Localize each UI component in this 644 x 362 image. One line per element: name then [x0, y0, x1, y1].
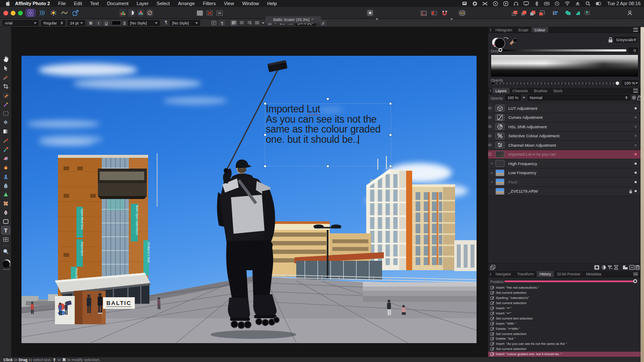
colour-opacity-knob[interactable] — [615, 81, 620, 85]
spotlight-icon[interactable] — [585, 1, 591, 6]
mask-layer-icon[interactable] — [594, 265, 599, 270]
history-item[interactable]: Spelling: "saturation's" — [488, 296, 641, 301]
history-item-selected[interactable]: Insert: "colour graded one. but it shoul… — [488, 352, 641, 357]
view-quality-caret[interactable] — [376, 18, 378, 20]
tab-32bit-preview[interactable]: 32-bit Preview — [554, 271, 583, 277]
snapping-magnet-button[interactable] — [440, 9, 448, 17]
panel-menu-icon[interactable] — [633, 272, 638, 276]
colour-lock-icon[interactable] — [608, 37, 613, 43]
menu-extra-timemachine-icon[interactable] — [554, 1, 560, 6]
liquify-persona-button[interactable] — [38, 9, 46, 17]
mesh-warp-tool[interactable] — [1, 236, 10, 244]
text-frame-rotation-handle[interactable] — [327, 98, 329, 100]
view-quality-button[interactable] — [366, 9, 374, 17]
text-colour-swatch[interactable] — [112, 21, 121, 25]
develop-persona-button[interactable] — [49, 9, 58, 17]
history-item[interactable]: Delete: "↵With " — [488, 326, 641, 331]
shape-tool[interactable] — [1, 217, 10, 225]
layer-visibility-icon[interactable] — [488, 107, 495, 109]
boolean-subtract-button[interactable] — [574, 9, 581, 17]
burn-brush-tool[interactable] — [1, 163, 10, 171]
layer-row-high-frequency[interactable]: » High Frequency — [488, 159, 641, 169]
apple-menu-icon[interactable] — [5, 1, 11, 6]
history-item[interactable]: Insert: "↵" — [488, 311, 641, 316]
colour-swatches[interactable] — [491, 35, 516, 49]
account-button[interactable] — [626, 9, 634, 17]
auto-levels-button[interactable] — [119, 9, 126, 17]
grey-slider-knob[interactable] — [498, 48, 502, 52]
eject-icon[interactable] — [575, 1, 580, 6]
menu-view[interactable]: View — [224, 1, 234, 6]
auto-colour-button[interactable] — [137, 9, 144, 17]
menu-edit[interactable]: Edit — [74, 1, 82, 6]
font-family-select[interactable]: Arial — [3, 20, 39, 26]
layers-opacity-caret[interactable] — [522, 97, 525, 99]
layer-visible-dot[interactable] — [635, 163, 637, 165]
menu-extra-camera-icon[interactable] — [472, 1, 477, 6]
snapshot-hourglass-icon[interactable] — [614, 265, 618, 270]
tab-channels[interactable]: Channels — [510, 88, 531, 94]
wifi-icon[interactable] — [565, 1, 570, 6]
menu-window[interactable]: Window — [242, 1, 259, 6]
menu-text[interactable]: Text — [90, 1, 99, 6]
marquee-select-tool[interactable] — [1, 109, 10, 117]
menu-extra-headphones-icon[interactable] — [513, 1, 519, 6]
menu-layer[interactable]: Layer — [137, 1, 149, 6]
layer-visibility-icon[interactable] — [488, 144, 495, 146]
layer-row-channel-mixer-adjustment[interactable]: Channel Mixer Adjustment — [488, 141, 641, 150]
history-item[interactable]: Delete: "but " — [488, 336, 641, 341]
menu-file[interactable]: File — [58, 1, 66, 6]
show-special-characters-button[interactable]: ¶ — [219, 20, 225, 26]
italic-button[interactable]: I — [95, 20, 102, 26]
assistant-button[interactable] — [458, 9, 466, 17]
layer-visibility-checkbox[interactable] — [488, 153, 495, 156]
grey-slider-track[interactable] — [499, 49, 626, 51]
window-zoom-button[interactable] — [18, 11, 23, 15]
tab-stock[interactable]: Stock — [550, 88, 565, 94]
layer-row-zve1179-arw[interactable]: _ZVE1179.ARW — [488, 187, 641, 196]
layer-row-low-frequency[interactable]: » Low Frequency — [488, 169, 641, 178]
menu-arrange[interactable]: Arrange — [178, 1, 194, 6]
tab-brushes[interactable]: Brushes — [531, 88, 550, 94]
paragraph-style-select[interactable]: [No Style] — [170, 20, 200, 26]
layer-row-curves-adjustment[interactable]: Curves Adjustment — [488, 113, 641, 123]
tab-navigator[interactable]: Navigator — [492, 271, 514, 277]
layer-visibility-icon[interactable] — [488, 135, 495, 137]
align-left-button[interactable] — [231, 20, 237, 26]
invert-selection-button[interactable] — [216, 9, 223, 17]
flood-fill-tool[interactable] — [1, 118, 10, 126]
boolean-intersect-button[interactable] — [583, 9, 590, 17]
menu-extra-keyboard-icon[interactable] — [544, 1, 550, 6]
layer-row-hsl-adjustment[interactable]: HSL Shift Adjustment — [488, 122, 641, 132]
text-tool[interactable]: T — [1, 226, 10, 235]
menu-extra-bluetooth-icon[interactable] — [534, 1, 539, 6]
clone-stamp-tool[interactable] — [1, 172, 10, 180]
auto-white-balance-button[interactable] — [146, 9, 153, 17]
tab-transform[interactable]: Transform — [514, 271, 536, 277]
layer-visible-dot[interactable] — [635, 181, 637, 183]
history-item[interactable]: Set current selection — [488, 301, 641, 306]
menu-extra-xscope-icon[interactable] — [482, 1, 488, 6]
text-frame-handle[interactable] — [327, 165, 329, 167]
export-persona-button[interactable] — [71, 9, 80, 17]
tab-layers[interactable]: Layers — [492, 88, 510, 94]
greyscale-picker[interactable] — [491, 54, 638, 77]
character-style-select[interactable]: [No Style] — [128, 20, 160, 26]
photo-document[interactable]: Open Wed-Sun 10am-6pm Free Entry Baltic … — [21, 56, 477, 343]
layer-visible-dot[interactable] — [635, 190, 637, 192]
colour-picker-tool[interactable] — [1, 73, 10, 81]
history-position-track[interactable] — [504, 281, 636, 282]
move-to-back-button[interactable] — [538, 9, 545, 17]
move-to-front-button[interactable] — [511, 9, 518, 17]
group-layers-icon[interactable] — [623, 265, 628, 270]
move-backward-button[interactable] — [529, 9, 536, 17]
layer-visibility-icon[interactable] — [488, 125, 495, 128]
panel-drag-handle[interactable] — [488, 27, 492, 33]
layer-visible-dot[interactable] — [635, 116, 637, 118]
layer-visible-dot[interactable] — [635, 153, 637, 155]
pen-tool[interactable] — [1, 208, 10, 216]
pixel-tool[interactable] — [1, 145, 10, 153]
history-item[interactable]: Set current text selection — [488, 316, 641, 321]
underline-button[interactable]: U — [103, 20, 109, 26]
layer-row-lut-adjustment[interactable]: LUT Adjustment — [488, 104, 641, 113]
